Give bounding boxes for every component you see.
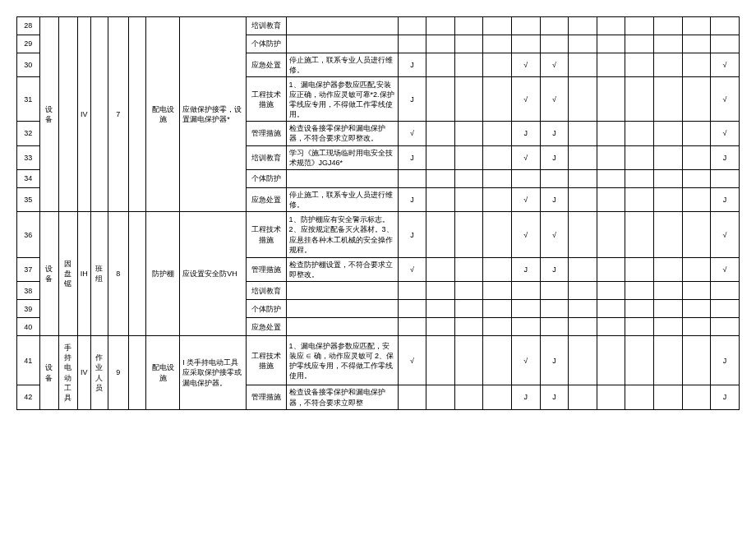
- m7: [569, 258, 597, 282]
- cat-e: 8: [108, 212, 128, 336]
- m6: J: [540, 187, 569, 211]
- m7: [569, 145, 597, 169]
- m4: [483, 187, 512, 211]
- m4: [483, 122, 512, 145]
- m4: [483, 169, 512, 187]
- m6: J: [540, 258, 569, 282]
- m2: [426, 282, 455, 300]
- m9: [625, 187, 654, 211]
- kind: 工程技术措施: [247, 212, 286, 258]
- m11: [682, 385, 711, 409]
- m11: [682, 282, 711, 300]
- m8: [597, 212, 625, 258]
- m5: [511, 318, 540, 336]
- m9: [625, 17, 654, 35]
- m10: [653, 336, 682, 385]
- m2: [426, 187, 455, 211]
- cat-g: 配电设施: [145, 17, 180, 212]
- idx: 37: [17, 258, 40, 282]
- m4: [483, 77, 512, 122]
- m9: [625, 300, 654, 318]
- m2: [426, 318, 455, 336]
- m3: [454, 77, 483, 122]
- idx: 33: [17, 145, 40, 169]
- m7: [569, 336, 597, 385]
- m1: √: [398, 336, 426, 385]
- m5: J: [511, 122, 540, 145]
- m7: [569, 385, 597, 409]
- m3: [454, 169, 483, 187]
- m5: √: [511, 145, 540, 169]
- m10: [653, 17, 682, 35]
- m10: [653, 53, 682, 77]
- m12: J: [711, 145, 740, 169]
- m5: √: [511, 77, 540, 122]
- cat-b: [58, 17, 77, 212]
- m7: [569, 282, 597, 300]
- m4: [483, 145, 512, 169]
- m11: [682, 77, 711, 122]
- kind: 个体防护: [247, 169, 286, 187]
- m8: [597, 53, 625, 77]
- m7: [569, 212, 597, 258]
- cat-b: 因盘锯: [58, 212, 77, 336]
- m5: [511, 300, 540, 318]
- detail: 停止施工，联系专业人员进行维修。: [286, 53, 398, 77]
- m10: [653, 300, 682, 318]
- kind: 管理措施: [247, 122, 286, 145]
- m8: [597, 187, 625, 211]
- m5: J: [511, 385, 540, 409]
- m6: [540, 17, 569, 35]
- m6: [540, 169, 569, 187]
- m6: √: [540, 212, 569, 258]
- cat-c: IH: [77, 212, 90, 336]
- m11: [682, 35, 711, 53]
- m6: J: [540, 122, 569, 145]
- m11: [682, 187, 711, 211]
- m9: [625, 258, 654, 282]
- m12: J: [711, 187, 740, 211]
- cat-f: [129, 336, 146, 409]
- detail: [286, 300, 398, 318]
- m1: √: [398, 258, 426, 282]
- idx: 30: [17, 53, 40, 77]
- kind: 个体防护: [247, 300, 286, 318]
- m6: [540, 300, 569, 318]
- m3: [454, 187, 483, 211]
- idx: 29: [17, 35, 40, 53]
- m11: [682, 122, 711, 145]
- m6: J: [540, 336, 569, 385]
- m1: [398, 17, 426, 35]
- m1: √: [398, 122, 426, 145]
- m3: [454, 53, 483, 77]
- cat-b: 手持电动工具: [58, 336, 77, 409]
- cat-c: IV: [77, 336, 90, 409]
- m12: √: [711, 122, 740, 145]
- m1: J: [398, 53, 426, 77]
- cat-g: 防护棚: [145, 212, 180, 336]
- cat-h: 应做保护接零，设置漏电保护器*: [180, 17, 247, 212]
- m12: J: [711, 336, 740, 385]
- kind: 应急处置: [247, 187, 286, 211]
- m5: √: [511, 187, 540, 211]
- m4: [483, 17, 512, 35]
- m10: [653, 187, 682, 211]
- m2: [426, 145, 455, 169]
- m5: [511, 282, 540, 300]
- m2: [426, 258, 455, 282]
- m10: [653, 282, 682, 300]
- m1: [398, 169, 426, 187]
- m5: √: [511, 53, 540, 77]
- idx: 32: [17, 122, 40, 145]
- detail: 1、漏电保护器参数应匹配,安装应正确，动作应灵敏可靠*2.保护零线应专用，不得做…: [286, 77, 398, 122]
- idx: 38: [17, 282, 40, 300]
- m2: [426, 53, 455, 77]
- m5: J: [511, 258, 540, 282]
- m7: [569, 53, 597, 77]
- cat-h: I 类手持电动工具应采取保护接零或漏电保护器。: [180, 336, 247, 409]
- detail: 1、防护棚应有安全警示标志。2、应按规定配备灭火器材。3、应悬挂各种木工机械的安…: [286, 212, 398, 258]
- m10: [653, 169, 682, 187]
- idx: 36: [17, 212, 40, 258]
- m7: [569, 17, 597, 35]
- m10: [653, 212, 682, 258]
